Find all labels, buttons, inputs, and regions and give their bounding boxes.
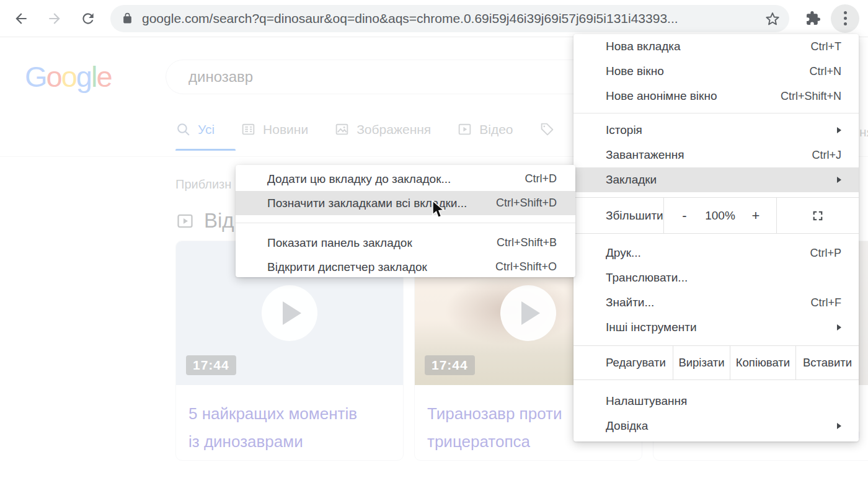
- zoom-level: 100%: [705, 209, 735, 223]
- menu-item-label: Друк...: [606, 246, 810, 260]
- menu-item-label: Закладки: [606, 173, 837, 187]
- menu-zoom-row: Збільшити - 100% +: [574, 197, 859, 234]
- submenu-arrow-icon: [837, 177, 841, 183]
- chrome-menu: Нова вкладка Ctrl+T Нове вікно Ctrl+N Но…: [574, 34, 859, 441]
- submenu-arrow-icon: [837, 423, 841, 429]
- menu-item-shortcut: Ctrl+D: [525, 172, 557, 185]
- address-bar[interactable]: google.com/search?q=dinosaur&oq=dino&aqs…: [110, 5, 789, 32]
- menu-item-label: Завантаження: [606, 148, 812, 162]
- menu-edit-row: Редагувати Вирізати Копіювати Вставити: [574, 345, 859, 380]
- menu-item-label: Транслювати...: [606, 271, 841, 285]
- zoom-controls: - 100% +: [663, 198, 777, 233]
- zoom-out-button[interactable]: -: [678, 208, 691, 224]
- menu-item-shortcut: Ctrl+J: [812, 149, 841, 162]
- bookmarks-submenu: Додати цю вкладку до закладок... Ctrl+D …: [236, 165, 575, 277]
- browser-window: google.com/search?q=dinosaur&oq=dino&aqs…: [0, 0, 868, 488]
- menu-item-shortcut: Ctrl+Shift+N: [781, 90, 841, 103]
- menu-item-shortcut: Ctrl+P: [810, 247, 841, 260]
- menu-item-shortcut: Ctrl+F: [811, 296, 842, 309]
- menu-item-shortcut: Ctrl+N: [809, 65, 841, 78]
- menu-item-shortcut: Ctrl+Shift+O: [495, 260, 557, 273]
- zoom-label: Збільшити: [574, 198, 663, 233]
- paste-button[interactable]: Вставити: [795, 346, 859, 379]
- menu-item-label: Налаштування: [606, 394, 841, 408]
- menu-item-label: Нова вкладка: [606, 40, 811, 53]
- forward-arrow-icon: [46, 11, 63, 27]
- menu-item-shortcut: Ctrl+T: [811, 40, 842, 53]
- menu-item-new-incognito-window[interactable]: Нове анонімне вікно Ctrl+Shift+N: [574, 84, 859, 109]
- menu-item-history[interactable]: Історія: [574, 118, 859, 143]
- back-arrow-icon: [13, 11, 29, 27]
- menu-item-label: Показати панель закладок: [267, 236, 497, 250]
- kebab-dots-icon: [844, 11, 847, 25]
- menu-item-label: Позначити закладками всі вкладки...: [267, 197, 496, 210]
- menu-item-new-tab[interactable]: Нова вкладка Ctrl+T: [574, 34, 859, 59]
- fullscreen-icon: [811, 209, 825, 223]
- menu-divider: [236, 223, 575, 223]
- menu-item-label: Відкрити диспетчер закладок: [267, 260, 495, 274]
- menu-spacer: [574, 234, 859, 241]
- submenu-item-bookmark-all-tabs[interactable]: Позначити закладками всі вкладки... Ctrl…: [236, 191, 575, 215]
- menu-item-shortcut: Ctrl+Shift+D: [496, 197, 557, 210]
- edit-label: Редагувати: [574, 346, 673, 379]
- menu-item-help[interactable]: Довідка: [574, 414, 859, 438]
- menu-item-more-tools[interactable]: Інші інструменти: [574, 315, 859, 340]
- bookmark-star-icon[interactable]: [764, 11, 781, 27]
- back-button[interactable]: [12, 10, 30, 27]
- menu-spacer: [574, 380, 859, 389]
- menu-item-cast[interactable]: Транслювати...: [574, 265, 859, 290]
- cut-button[interactable]: Вирізати: [673, 346, 730, 379]
- reload-icon: [80, 11, 96, 27]
- menu-item-label: Нове анонімне вікно: [606, 89, 781, 103]
- menu-item-label: Історія: [606, 123, 837, 137]
- chrome-menu-button[interactable]: [831, 4, 859, 33]
- copy-button[interactable]: Копіювати: [730, 346, 795, 379]
- menu-item-bookmarks[interactable]: Закладки: [574, 167, 859, 192]
- mouse-cursor: [429, 200, 448, 221]
- menu-item-label: Інші інструменти: [606, 321, 837, 334]
- url-text[interactable]: google.com/search?q=dinosaur&oq=dino&aqs…: [142, 11, 764, 26]
- reload-button[interactable]: [79, 10, 97, 27]
- submenu-arrow-icon: [837, 324, 841, 331]
- menu-divider: [574, 113, 859, 113]
- forward-button[interactable]: [46, 10, 63, 27]
- zoom-in-button[interactable]: +: [749, 208, 763, 224]
- menu-item-label: Довідка: [606, 419, 837, 433]
- browser-toolbar: google.com/search?q=dinosaur&oq=dino&aqs…: [0, 0, 868, 37]
- submenu-arrow-icon: [837, 127, 841, 133]
- fullscreen-button[interactable]: [777, 198, 859, 233]
- menu-item-label: Знайти...: [606, 296, 811, 309]
- menu-item-new-window[interactable]: Нове вікно Ctrl+N: [574, 59, 859, 84]
- menu-item-downloads[interactable]: Завантаження Ctrl+J: [574, 143, 859, 167]
- lock-icon: [122, 12, 133, 24]
- menu-item-shortcut: Ctrl+Shift+B: [497, 236, 557, 249]
- menu-item-print[interactable]: Друк... Ctrl+P: [574, 241, 859, 265]
- menu-item-label: Нове вікно: [606, 64, 809, 78]
- submenu-item-bookmark-manager[interactable]: Відкрити диспетчер закладок Ctrl+Shift+O: [236, 255, 575, 279]
- menu-item-label: Додати цю вкладку до закладок...: [267, 172, 525, 186]
- submenu-item-bookmark-this-tab[interactable]: Додати цю вкладку до закладок... Ctrl+D: [236, 167, 575, 191]
- menu-item-settings[interactable]: Налаштування: [574, 389, 859, 414]
- submenu-item-show-bookmarks-bar[interactable]: Показати панель закладок Ctrl+Shift+B: [236, 231, 575, 255]
- menu-item-find[interactable]: Знайти... Ctrl+F: [574, 290, 859, 315]
- extensions-puzzle-icon[interactable]: [805, 11, 821, 26]
